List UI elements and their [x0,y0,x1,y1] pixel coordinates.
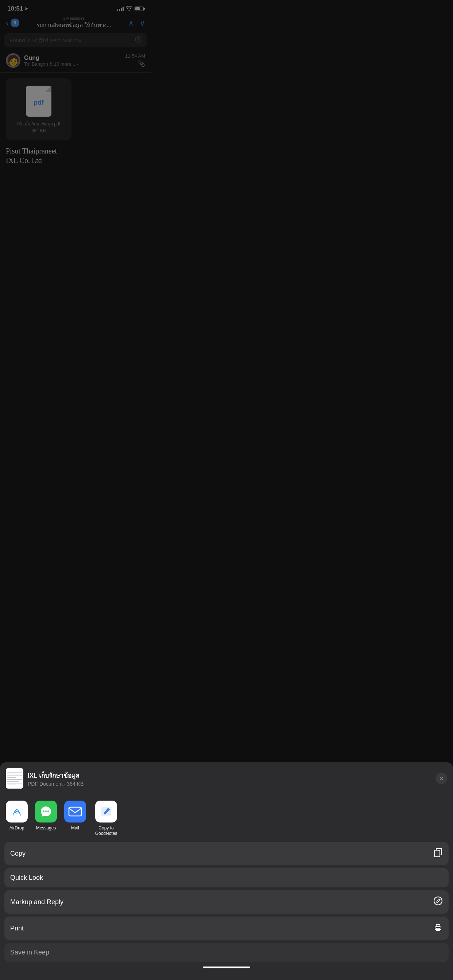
share-sheet-overlay[interactable] [0,0,151,327]
